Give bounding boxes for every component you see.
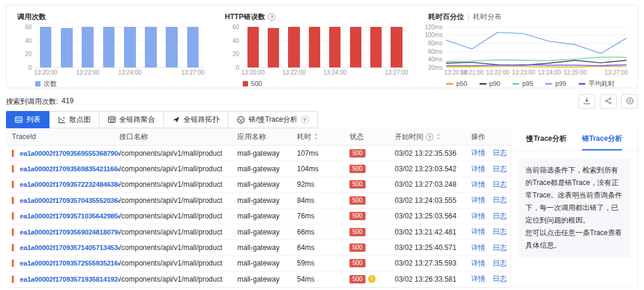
tab-scatter[interactable]: 散点图 [49, 111, 100, 128]
legend-item-平均耗时[interactable]: 平均耗时 [578, 79, 615, 88]
gear-icon [626, 97, 634, 106]
detail-link[interactable]: 详情 [471, 258, 485, 269]
x-axis-tick: 13:23:00 [512, 69, 535, 76]
table-header: TraceId 接口名称 应用名称 耗时 状态 开始时间 ? 操作 [6, 128, 510, 146]
legend-label: 500 [251, 80, 262, 87]
y-axis-tick: 20 [216, 51, 239, 57]
api-name: /components/api/v1/mall/product [119, 180, 222, 189]
log-link[interactable]: 日志 [493, 195, 507, 205]
trace-id-link[interactable]: ea1a00002f17093572555935216d0007 [20, 260, 119, 267]
bar [268, 28, 279, 67]
legend-label: p90 [490, 80, 500, 87]
legend-item-500[interactable]: 500 [243, 80, 262, 87]
log-link[interactable]: 日志 [493, 274, 507, 284]
scatter-icon [58, 116, 66, 124]
start-time: 03/02 13:25:03.564 [395, 212, 456, 220]
help-icon[interactable]: ? [268, 13, 275, 21]
detail-link[interactable]: 详情 [471, 195, 485, 205]
start-time: 03/02 13:21:42.481 [395, 228, 456, 236]
tab-slow-trace-analysis[interactable]: 慢Trace分析 [527, 128, 566, 150]
trace-id-link[interactable]: ea1a00002f17093571935814192d0007 [20, 276, 119, 283]
trace-id-link[interactable]: ea1a00002f17093569024818079d0007 [20, 229, 119, 236]
tab-list[interactable]: 列表 [6, 111, 49, 128]
legend-label: p50 [456, 80, 467, 87]
table-row: ea1a00002f17093569555368790d0007/compone… [6, 146, 510, 161]
app-name: mall-gateway [237, 212, 280, 220]
log-link[interactable]: 日志 [493, 164, 507, 174]
legend-item-p90[interactable]: p90 [479, 80, 500, 87]
trace-id-link[interactable]: ea1a00002f17093572232484638d0007 [20, 181, 119, 188]
legend-item-p50[interactable]: p50 [446, 80, 467, 87]
api-name: /components/api/v1/mall/product [119, 275, 222, 283]
errors-chart-legend: 500 [243, 77, 407, 90]
sort-icon[interactable] [436, 133, 441, 140]
start-time: 03/02 13:27:35.593 [395, 259, 456, 267]
app-name: mall-gateway [237, 275, 280, 283]
errors-chart-xaxis: 13:20:0013:22:0013:24:0013:27:00 [243, 68, 407, 77]
duration-value: 64ms [297, 243, 314, 252]
api-name: /components/api/v1/mall/product [119, 165, 222, 173]
trace-error-marker [12, 150, 14, 157]
detail-link[interactable]: 详情 [471, 164, 485, 174]
tab-error-slow-trace-analysis[interactable]: 错/慢Trace分析 ? [228, 111, 318, 128]
topology-icon [172, 116, 180, 124]
download-button[interactable] [578, 94, 595, 109]
detail-link[interactable]: 详情 [471, 243, 485, 253]
y-axis-tick: 80ms [420, 39, 442, 46]
analysis-text-box: 当前筛选条件下，检索到所有的Trace都是错Trace，没有正常Trace。这表… [518, 158, 630, 258]
duration-value: 59ms [297, 259, 314, 267]
table-row: ea1a00002f17093571035642985d0007/compone… [6, 209, 510, 224]
status-badge: 500 [349, 259, 366, 267]
log-link[interactable]: 日志 [493, 258, 507, 269]
log-link[interactable]: 日志 [493, 148, 507, 158]
log-link[interactable]: 日志 [493, 243, 507, 253]
log-link[interactable]: 日志 [493, 180, 507, 190]
duration-value: 104ms [297, 165, 318, 173]
settings-button[interactable] [621, 94, 638, 109]
x-axis-tick: 13:25:00 [564, 69, 587, 76]
legend-label: p95 [522, 80, 533, 87]
duration-value: 92ms [297, 180, 314, 189]
tab-trace-topology[interactable]: 全链路拓扑 [163, 111, 228, 128]
series-line-平均耗时 [446, 65, 627, 66]
detail-link[interactable]: 详情 [471, 274, 485, 284]
app-name: mall-gateway [237, 196, 280, 205]
y-axis-tick: 60ms [420, 48, 442, 54]
trace-id-link[interactable]: ea1a00002f17093571405713453d0007 [20, 244, 119, 251]
detail-link[interactable]: 详情 [471, 211, 485, 221]
sort-icon[interactable] [314, 133, 318, 140]
calls-chart-legend: 次数 [35, 77, 203, 90]
detail-link[interactable]: 详情 [471, 180, 485, 190]
tab-error-trace-analysis[interactable]: 错Trace分析 [582, 128, 622, 150]
share-button[interactable] [600, 94, 617, 109]
detail-link[interactable]: 详情 [471, 227, 485, 237]
legend-item-p99[interactable]: p99 [545, 80, 566, 87]
table-row: ea1a00002f17093570435552036d0007/compone… [6, 193, 510, 208]
y-axis-tick: 0 [9, 64, 32, 71]
trace-id-link[interactable]: ea1a00002f17093571035642985d0007 [20, 212, 119, 220]
bar [124, 27, 136, 67]
summary-row: 搜索到调用次数: 419 [6, 93, 638, 110]
table-body: ea1a00002f17093569555368790d0007/compone… [6, 146, 510, 288]
errors-chart-plot: 0204060 [243, 23, 407, 68]
help-icon[interactable]: ? [426, 133, 434, 141]
trace-id-link[interactable]: ea1a00002f17093569835421166d0007 [20, 165, 119, 172]
analysis-panel-tabs: 慢Trace分析 错Trace分析 [511, 128, 637, 151]
bar [288, 27, 299, 67]
log-link[interactable]: 日志 [493, 227, 507, 237]
help-icon[interactable]: ? [301, 116, 309, 124]
bar [370, 27, 382, 67]
legend-item-次数[interactable]: 次数 [35, 79, 57, 88]
warning-icon[interactable]: ! [368, 275, 376, 283]
detail-link[interactable]: 详情 [471, 148, 485, 158]
legend-item-p95[interactable]: p95 [512, 80, 533, 87]
tab-trace-aggregation[interactable]: 全链路聚合 [99, 111, 164, 128]
log-link[interactable]: 日志 [493, 211, 507, 221]
header-api-name: 接口名称 [119, 132, 237, 142]
x-axis-tick: 13:22:00 [76, 69, 100, 76]
legend-label: 次数 [44, 79, 57, 88]
trace-id-link[interactable]: ea1a00002f17093569555368790d0007 [20, 150, 119, 157]
y-axis-tick: 40 [216, 37, 239, 44]
trace-id-link[interactable]: ea1a00002f17093570435552036d0007 [20, 197, 119, 204]
header-actions: 操作 [471, 132, 510, 142]
